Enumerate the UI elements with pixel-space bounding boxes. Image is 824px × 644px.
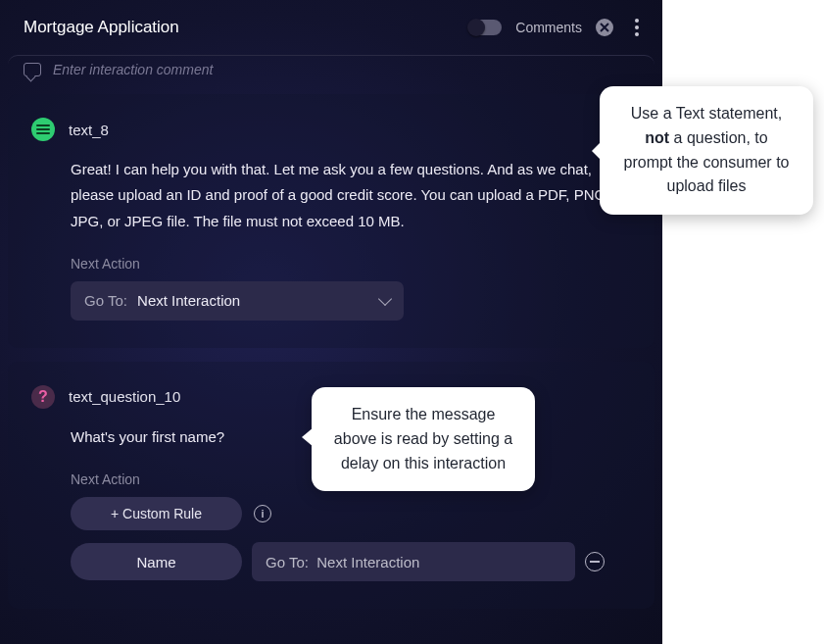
close-icon[interactable] bbox=[596, 19, 613, 36]
remove-rule-icon[interactable] bbox=[585, 552, 605, 571]
comments-toggle[interactable] bbox=[468, 20, 502, 35]
goto-prefix: Go To: bbox=[84, 292, 127, 309]
card-header: text_8 bbox=[31, 118, 631, 141]
rule-goto-dropdown[interactable]: Go To: Next Interaction bbox=[252, 542, 575, 581]
comment-bubble-icon bbox=[24, 63, 41, 76]
tooltip-set-delay: Ensure the message above is read by sett… bbox=[312, 387, 535, 491]
slot-chip[interactable]: Name bbox=[71, 543, 242, 580]
step-id: text_8 bbox=[69, 122, 109, 138]
tooltip-text-statement: Use a Text statement, not a question, to… bbox=[600, 86, 813, 215]
chevron-down-icon bbox=[378, 292, 392, 306]
comment-input[interactable]: Enter interaction comment bbox=[8, 55, 654, 82]
goto-value: Next Interaction bbox=[137, 292, 240, 309]
text-step-icon bbox=[31, 118, 55, 141]
comments-label: Comments bbox=[515, 20, 582, 35]
page-title: Mortgage Application bbox=[24, 18, 179, 37]
comment-placeholder: Enter interaction comment bbox=[53, 62, 213, 77]
next-action-label: Next Action bbox=[71, 256, 631, 272]
goto-prefix: Go To: bbox=[266, 554, 309, 570]
question-step-icon: ? bbox=[31, 385, 55, 409]
more-menu-icon[interactable] bbox=[627, 19, 647, 36]
info-icon[interactable]: i bbox=[254, 505, 271, 522]
goto-value: Next Interaction bbox=[316, 554, 419, 570]
step-id: text_question_10 bbox=[69, 388, 180, 405]
header-actions: Comments bbox=[468, 19, 647, 36]
add-custom-rule-button[interactable]: + Custom Rule bbox=[71, 497, 242, 530]
step-message: Great! I can help you with that. Let me … bbox=[71, 157, 631, 234]
app-canvas: Mortgage Application Comments Enter inte… bbox=[0, 0, 662, 644]
goto-dropdown[interactable]: Go To: Next Interaction bbox=[71, 281, 404, 321]
interaction-card-text8: text_8 Great! I can help you with that. … bbox=[8, 94, 654, 348]
header-bar: Mortgage Application Comments bbox=[0, 0, 662, 55]
